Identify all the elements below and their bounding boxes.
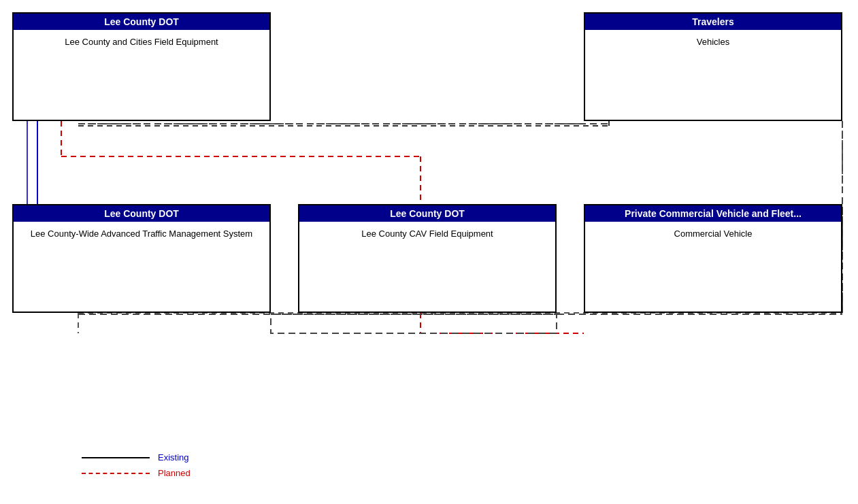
node-commercial-header: Private Commercial Vehicle and Fleet... bbox=[585, 205, 841, 222]
node-field-equipment-header: Lee County DOT bbox=[14, 14, 269, 30]
node-cav-body: Lee County CAV Field Equipment bbox=[299, 222, 555, 276]
node-atms-body: Lee County-Wide Advanced Traffic Managem… bbox=[14, 222, 269, 276]
node-atms-header: Lee County DOT bbox=[14, 205, 269, 222]
node-travelers-vehicles: Travelers Vehicles bbox=[584, 12, 842, 121]
node-atms: Lee County DOT Lee County-Wide Advanced … bbox=[12, 204, 271, 313]
node-travelers-body: Vehicles bbox=[585, 30, 841, 84]
node-field-equipment: Lee County DOT Lee County and Cities Fie… bbox=[12, 12, 271, 121]
node-cav-field: Lee County DOT Lee County CAV Field Equi… bbox=[298, 204, 557, 313]
node-cav-header: Lee County DOT bbox=[299, 205, 555, 222]
node-travelers-header: Travelers bbox=[585, 14, 841, 30]
legend-existing-label: Existing bbox=[158, 452, 189, 463]
node-commercial-body: Commercial Vehicle bbox=[585, 222, 841, 276]
diagram-container: Lee County DOT Lee County and Cities Fie… bbox=[0, 0, 858, 504]
legend-existing: Existing bbox=[82, 452, 191, 463]
legend-planned-line bbox=[82, 473, 150, 474]
node-field-equipment-body: Lee County and Cities Field Equipment bbox=[14, 30, 269, 84]
node-commercial-vehicle: Private Commercial Vehicle and Fleet... … bbox=[584, 204, 842, 313]
legend: Existing Planned bbox=[82, 452, 191, 484]
legend-planned: Planned bbox=[82, 468, 191, 478]
legend-planned-label: Planned bbox=[158, 468, 191, 478]
legend-existing-line bbox=[82, 457, 150, 458]
